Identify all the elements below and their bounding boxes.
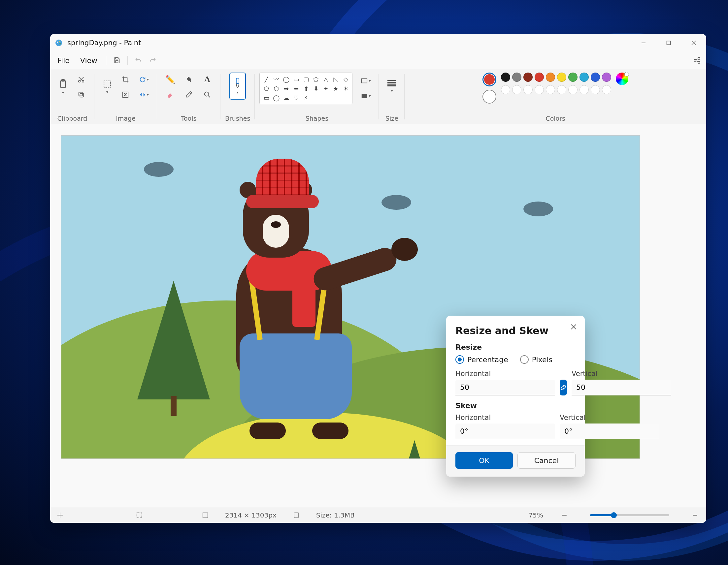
shape-callout-round[interactable]: ◯ [272, 93, 281, 102]
shape-arrow-d[interactable]: ⬇ [311, 84, 320, 93]
swatch-empty[interactable] [523, 85, 533, 94]
color-2[interactable] [482, 90, 496, 104]
svg-point-2 [59, 41, 60, 42]
share-button[interactable] [690, 54, 704, 67]
undo-button[interactable] [132, 54, 145, 67]
shape-line[interactable]: ╱ [262, 75, 271, 83]
close-button[interactable] [681, 34, 706, 52]
color-palette-row1 [501, 73, 611, 82]
dialog-close-button[interactable] [568, 321, 579, 333]
radio-percentage[interactable]: Percentage [455, 355, 508, 364]
shape-fill-button[interactable]: ▾ [357, 89, 374, 103]
svg-point-3 [59, 43, 61, 45]
resize-section-label: Resize [455, 343, 576, 351]
redo-button[interactable] [146, 54, 159, 67]
edit-colors-button[interactable] [616, 73, 628, 85]
swatch-empty[interactable] [546, 85, 555, 94]
swatch-empty[interactable] [591, 85, 600, 94]
swatch[interactable] [523, 73, 533, 82]
shape-6star[interactable]: ✶ [341, 84, 350, 93]
paste-button[interactable]: ▾ [55, 74, 71, 101]
ok-button[interactable]: OK [455, 452, 513, 469]
shape-curve[interactable]: 〰 [272, 75, 281, 83]
shape-callout-cloud[interactable]: ☁ [281, 93, 291, 102]
svg-rect-15 [61, 81, 66, 87]
eraser-tool[interactable] [162, 88, 179, 102]
menu-view[interactable]: View [76, 54, 102, 67]
save-button[interactable] [110, 54, 123, 67]
swatch-empty[interactable] [501, 85, 510, 94]
shape-rect[interactable]: ▭ [291, 75, 301, 83]
select-button[interactable]: ▾ [99, 74, 116, 101]
skew-vertical-input[interactable] [560, 423, 659, 439]
zoom-out-button[interactable]: − [560, 511, 569, 520]
cancel-button[interactable]: Cancel [517, 452, 576, 469]
zoom-slider[interactable] [590, 514, 669, 516]
resize-vertical-input[interactable] [572, 380, 671, 395]
swatch-empty[interactable] [568, 85, 578, 94]
radio-pixels[interactable]: Pixels [520, 355, 552, 364]
resize-horizontal-input[interactable] [455, 380, 555, 395]
resize-button[interactable] [117, 88, 134, 102]
rotate-button[interactable]: ▾ [135, 73, 152, 86]
shape-pentagon[interactable]: ⬠ [262, 84, 271, 93]
swatch[interactable] [557, 73, 566, 82]
shape-roundrect[interactable]: ▢ [301, 75, 311, 83]
shape-5star[interactable]: ★ [331, 84, 340, 93]
shape-hexagon[interactable]: ⬡ [272, 84, 281, 93]
shape-heart[interactable]: ♡ [291, 93, 301, 102]
zoom-in-button[interactable]: + [690, 511, 700, 520]
shape-arrow-u[interactable]: ⬆ [301, 84, 311, 93]
maximize-button[interactable] [656, 34, 681, 52]
canvas-area: Resize and Skew Resize Percentage Pixels… [50, 124, 706, 507]
menu-file[interactable]: File [53, 54, 74, 67]
dimensions-icon [202, 512, 209, 518]
zoom-level: 75% [529, 511, 543, 519]
shapes-gallery[interactable]: ╱ 〰 ◯ ▭ ▢ ⬠ △ ◺ ◇ ⬠ ⬡ ➡ ⬅ ⬆ ⬇ ✦ ★ [259, 73, 352, 104]
shape-diamond[interactable]: ◇ [341, 75, 350, 83]
skew-horizontal-input[interactable] [455, 423, 555, 439]
swatch[interactable] [568, 73, 578, 82]
shape-arrow-r[interactable]: ➡ [281, 84, 291, 93]
swatch[interactable] [535, 73, 544, 82]
fill-tool[interactable] [180, 73, 197, 86]
svg-rect-5 [667, 41, 671, 45]
shape-polygon[interactable]: ⬠ [311, 75, 320, 83]
shape-right-tri[interactable]: ◺ [331, 75, 340, 83]
swatch-empty[interactable] [512, 85, 521, 94]
shape-4star[interactable]: ✦ [321, 84, 330, 93]
link-aspect-button[interactable] [560, 380, 567, 395]
shape-triangle[interactable]: △ [321, 75, 330, 83]
swatch-empty[interactable] [579, 85, 589, 94]
swatch[interactable] [579, 73, 589, 82]
color-1[interactable] [482, 73, 496, 86]
text-tool[interactable]: A [199, 73, 216, 86]
swatch-empty[interactable] [535, 85, 544, 94]
shape-lightning[interactable]: ⚡ [301, 93, 311, 102]
copy-button[interactable] [73, 88, 90, 102]
shape-oval[interactable]: ◯ [281, 75, 291, 83]
zoom-tool[interactable] [199, 88, 216, 102]
shape-callout-rect[interactable]: ▭ [262, 93, 271, 102]
shape-arrow-l[interactable]: ⬅ [291, 84, 301, 93]
flip-button[interactable]: ▾ [135, 88, 152, 102]
cut-button[interactable] [73, 73, 90, 86]
swatch[interactable] [546, 73, 555, 82]
crop-button[interactable] [117, 73, 134, 86]
swatch-empty[interactable] [602, 85, 611, 94]
swatch[interactable] [501, 73, 510, 82]
swatch[interactable] [591, 73, 600, 82]
swatch-empty[interactable] [557, 85, 566, 94]
ribbon-size: ▾ Size [379, 69, 405, 124]
swatch[interactable] [512, 73, 521, 82]
ribbon-clipboard: ▾ Clipboard [50, 69, 94, 124]
size-button[interactable]: ▾ [383, 73, 400, 100]
brush-button[interactable]: ▾ [229, 73, 246, 100]
minimize-button[interactable] [631, 34, 656, 52]
pencil-tool[interactable]: ✏️ [162, 73, 179, 86]
menu-bar: File View [50, 52, 706, 69]
shape-outline-button[interactable]: ▾ [357, 74, 374, 88]
picker-tool[interactable] [180, 88, 197, 102]
cursor-pos-icon [57, 512, 63, 518]
swatch[interactable] [602, 73, 611, 82]
